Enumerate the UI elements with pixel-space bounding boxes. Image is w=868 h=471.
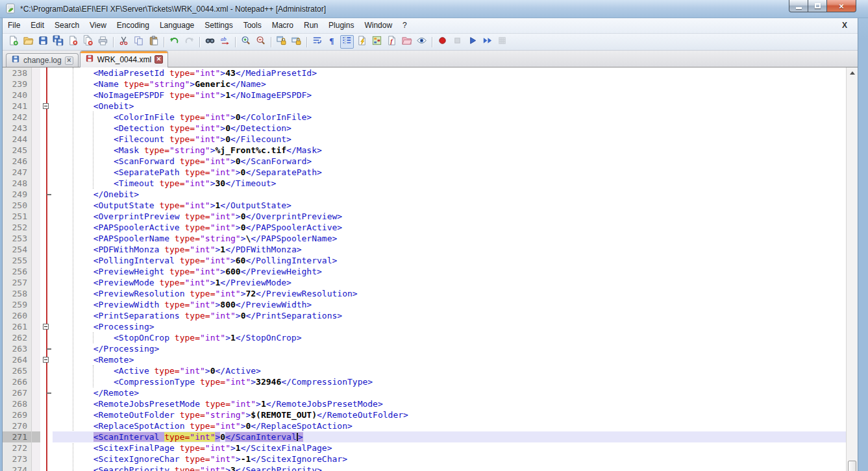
folder-as-workspace-button[interactable]	[400, 35, 414, 49]
print-button[interactable]	[96, 35, 110, 49]
line-number: 241	[3, 101, 32, 112]
menu-edit[interactable]: Edit	[25, 18, 49, 33]
code-line[interactable]: 274 <SearchPriority type="int">3</Search…	[3, 465, 846, 471]
menu-language[interactable]: Language	[155, 18, 199, 33]
tab-close-icon[interactable]: ✕	[155, 55, 163, 64]
macro-play-button[interactable]	[465, 35, 479, 49]
code-line[interactable]: 268 <RemoteJobsPresetMode type="int">1</…	[3, 398, 846, 409]
code-line[interactable]: 257 <PreviewMode type="int">1</PreviewMo…	[3, 277, 846, 288]
replace-button[interactable]: ab	[218, 35, 232, 49]
code-line[interactable]: 248 <Timeout type="int">30</Timeout>	[3, 178, 846, 189]
close-all-button[interactable]	[81, 35, 95, 49]
code-line[interactable]: 238 <MediaPresetId type="int">43</MediaP…	[3, 67, 846, 78]
find-button[interactable]	[203, 35, 217, 49]
cut-button[interactable]	[117, 35, 130, 49]
word-wrap-button[interactable]	[310, 35, 324, 49]
code-line[interactable]: 262 <StopOnCrop type="int">1</StopOnCrop…	[3, 332, 846, 343]
code-line[interactable]: 263 </Processing>	[3, 343, 846, 354]
code-line[interactable]: 256 <PreviewHeight type="int">600</Previ…	[3, 266, 846, 277]
fold-collapse-icon[interactable]	[43, 324, 49, 330]
menu-encoding[interactable]: Encoding	[112, 18, 155, 33]
menu-plugins[interactable]: Plugins	[323, 18, 359, 33]
open-file-button[interactable]	[21, 35, 35, 49]
copy-button[interactable]	[132, 35, 145, 49]
tab-wrk-0044-xml[interactable]: WRK_0044.xml✕	[80, 51, 168, 67]
code-line[interactable]: 249 </Onebit>	[3, 189, 846, 200]
code-line[interactable]: 266 <CompressionType type="int">32946</C…	[3, 376, 846, 387]
zoom-in-button[interactable]	[239, 35, 253, 49]
define-language-button[interactable]	[355, 35, 369, 49]
maximize-button[interactable]	[808, 0, 826, 12]
code-line[interactable]: 261 <Processing>	[3, 321, 846, 332]
code-line[interactable]: 258 <PreviewResolution type="int">72</Pr…	[3, 288, 846, 299]
function-list-button[interactable]: f	[385, 35, 399, 49]
scrollbar-thumb[interactable]	[848, 461, 856, 471]
code-line[interactable]: 247 <SeparatePath type="int">0</Separate…	[3, 167, 846, 178]
show-indent-guide-button[interactable]	[340, 35, 354, 49]
code-line[interactable]: 242 <ColorInFile type="int">0</ColorInFi…	[3, 112, 846, 123]
redo-button[interactable]	[182, 35, 196, 49]
code-line[interactable]: 267 </Remote>	[3, 387, 846, 398]
code-line[interactable]: 251 <OverprintPreview type="int">0</Over…	[3, 211, 846, 222]
code-line[interactable]: 265 <Active type="int">0</Active>	[3, 365, 846, 376]
macro-run-multiple-button[interactable]	[480, 35, 494, 49]
undo-button[interactable]	[167, 35, 181, 49]
monitoring-button[interactable]	[415, 35, 428, 49]
new-file-button[interactable]	[6, 35, 20, 49]
menu-window[interactable]: Window	[359, 18, 397, 33]
menu-macro[interactable]: Macro	[267, 18, 299, 33]
code-line[interactable]: 260 <PrintSeparations type="int">0</Prin…	[3, 310, 846, 321]
close-file-button[interactable]	[66, 35, 80, 49]
code-line[interactable]: 259 <PreviewWidth type="int">800</Previe…	[3, 299, 846, 310]
paste-button[interactable]	[147, 35, 160, 49]
code-line[interactable]: 255 <PollingInterval type="int">60</Poll…	[3, 255, 846, 266]
code-line[interactable]: 250 <OutputState type="int">1</OutputSta…	[3, 200, 846, 211]
vertical-scrollbar[interactable]	[846, 67, 858, 471]
save-button[interactable]	[36, 35, 50, 49]
fold-collapse-icon[interactable]	[43, 357, 49, 363]
editor[interactable]: 238 <MediaPresetId type="int">43</MediaP…	[3, 67, 858, 471]
close-button[interactable]: ×	[826, 0, 856, 12]
bookmark-margin	[32, 211, 40, 222]
fold-collapse-icon[interactable]	[43, 103, 49, 109]
document-map-button[interactable]	[370, 35, 384, 49]
menu-help[interactable]: ?	[397, 18, 412, 33]
code-line[interactable]: 246 <ScanForward type="int">0</ScanForwa…	[3, 156, 846, 167]
zoom-out-button[interactable]	[254, 35, 267, 49]
code-line[interactable]: 253 <PAPSpoolerName type="string">\</PAP…	[3, 233, 846, 244]
code-line[interactable]: 240 <NoImageEPSPDF type="int">1</NoImage…	[3, 90, 846, 101]
code-line[interactable]: 241 <Onebit>	[3, 101, 846, 112]
code-line[interactable]: 272 <ScitexFinalPage type="int">1</Scite…	[3, 442, 846, 453]
bookmark-margin	[32, 299, 40, 310]
menu-view[interactable]: View	[84, 18, 112, 33]
code-line[interactable]: 254 <PDFWithMonza type="int">1</PDFWithM…	[3, 244, 846, 255]
tab-change-log[interactable]: change.log✕	[6, 53, 79, 67]
menu-search[interactable]: Search	[49, 18, 84, 33]
line-number: 252	[3, 222, 32, 233]
code-line[interactable]: 270 <ReplaceSpotAction type="int">0</Rep…	[3, 420, 846, 431]
code-line[interactable]: 252 <PAPSpoolerActive type="int">0</PAPS…	[3, 222, 846, 233]
code-line[interactable]: 243 <Detection type="int">0</Detection>	[3, 123, 846, 134]
code-line[interactable]: 273 <ScitexIgnoreChar type="int">-1</Sci…	[3, 453, 846, 465]
sync-vertical-scroll-button[interactable]	[275, 35, 288, 49]
sync-horizontal-scroll-button[interactable]	[290, 35, 303, 49]
scrollbar-up-button[interactable]	[847, 67, 858, 78]
menu-file[interactable]: File	[3, 18, 25, 33]
menu-run[interactable]: Run	[299, 18, 323, 33]
menubar-close-document-button[interactable]: X	[839, 18, 850, 33]
code-line[interactable]: 269 <RemoteOutFolder type="string">$(REM…	[3, 409, 846, 420]
macro-stop-button[interactable]	[451, 35, 464, 49]
code-line[interactable]: 245 <Mask type="string">%j_Front%c.tif</…	[3, 145, 846, 156]
code-line[interactable]: 239 <Name type="string">Generic</Name>	[3, 78, 846, 90]
save-all-button[interactable]	[51, 35, 65, 49]
code-line[interactable]: 264 <Remote>	[3, 354, 846, 365]
code-line[interactable]: 271 <ScanInterval type="int">0</ScanInte…	[3, 431, 846, 442]
menu-tools[interactable]: Tools	[238, 18, 267, 33]
show-all-characters-button[interactable]: ¶	[325, 35, 339, 49]
menu-settings[interactable]: Settings	[199, 18, 238, 33]
macro-record-button[interactable]	[436, 35, 449, 49]
macro-save-button[interactable]	[495, 35, 509, 49]
tab-close-icon[interactable]: ✕	[65, 56, 73, 65]
minimize-button[interactable]	[789, 0, 808, 12]
code-line[interactable]: 244 <Filecount type="int">0</Filecount>	[3, 134, 846, 145]
